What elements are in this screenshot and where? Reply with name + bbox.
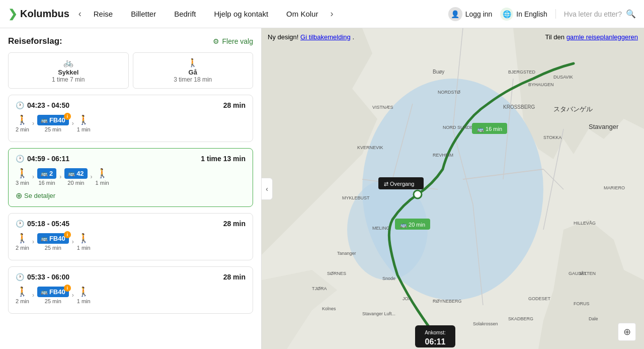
transport-sykkel[interactable]: 🚲 Sykkel 1 time 7 min xyxy=(8,52,129,89)
clock-icon-2: 🕐 xyxy=(16,155,24,163)
svg-text:MARIERO: MARIERO xyxy=(604,185,625,190)
nav-back-button[interactable]: ‹ xyxy=(75,9,85,19)
svg-text:SØRNES: SØRNES xyxy=(327,271,346,276)
svg-text:SKADBERG: SKADBERG xyxy=(508,316,533,321)
bus-icon-1: 🚌 xyxy=(41,117,48,123)
logo[interactable]: ❯ Kolumbus xyxy=(8,8,69,21)
svg-text:NORDSTØ: NORDSTØ xyxy=(438,90,460,95)
user-icon: 👤 xyxy=(448,7,462,21)
step-min-2b: 1 min xyxy=(96,180,109,186)
globe-icon: 🌐 xyxy=(500,8,513,21)
svg-text:🚌 16 min: 🚌 16 min xyxy=(477,125,502,132)
panel-title: Reiseforslag: xyxy=(8,36,62,46)
walk-icon: 🚶 xyxy=(139,58,247,67)
step-min-1a: 2 min xyxy=(16,126,29,132)
nav-forward-button[interactable]: › xyxy=(327,9,336,19)
svg-text:06:11: 06:11 xyxy=(425,337,446,346)
route-3-header: 🕐 05:18 - 05:45 28 min xyxy=(16,220,246,228)
svg-text:Kolnes: Kolnes xyxy=(322,306,336,311)
main-nav: Reise Billetter Bedrift Hjelp og kontakt… xyxy=(85,0,328,28)
step-bus-2a: 🚌 2 16 min xyxy=(37,168,56,186)
svg-text:Snode: Snode xyxy=(382,276,395,281)
step-min-2a: 3 min xyxy=(16,180,29,186)
tilbakemelding-link[interactable]: Gi tilbakemelding xyxy=(300,33,351,41)
nav-item-billetter[interactable]: Billetter xyxy=(122,0,165,28)
bus-icon-2b: 🚌 xyxy=(68,170,75,177)
gamle-link[interactable]: gamle reiseplanleggeren xyxy=(567,33,638,41)
locate-button[interactable]: ⊕ xyxy=(618,323,636,341)
route-card-1[interactable]: 🕐 04:23 - 04:50 28 min 🚶 2 min › 🚌 FB40 … xyxy=(8,95,253,142)
bus-badge-2b: 🚌 42 xyxy=(64,168,87,179)
step-min-bus-1: 25 min xyxy=(45,126,61,132)
login-button[interactable]: 👤 Logg inn xyxy=(448,7,493,21)
nav-item-reise[interactable]: Reise xyxy=(85,0,122,28)
svg-text:Stavanger: Stavanger xyxy=(589,123,619,130)
transport-sykkel-time: 1 time 7 min xyxy=(15,76,122,83)
svg-text:REVHEIM: REVHEIM xyxy=(433,153,453,158)
bike-icon: 🚲 xyxy=(15,58,122,67)
route-2-steps: 🚶 3 min › 🚌 2 16 min › 🚌 42 xyxy=(16,168,246,186)
search-icon[interactable]: 🔍 xyxy=(626,9,636,19)
route-3-steps: 🚶 2 min › 🚌 FB40 i 25 min › 🚶 1 min xyxy=(16,233,246,251)
flere-valg-button[interactable]: ⚙ Flere valg xyxy=(213,37,253,45)
see-details-button[interactable]: ⊕ Se detaljer xyxy=(16,189,55,200)
clock-icon-1: 🕐 xyxy=(16,101,24,109)
collapse-panel-button[interactable]: ‹ xyxy=(262,178,273,200)
svg-text:MELING: MELING xyxy=(372,226,390,231)
svg-text:KVERNEVIK: KVERNEVIK xyxy=(357,145,383,150)
route-4-steps: 🚶 2 min › 🚌 FB40 i 25 min › 🚶 1 min xyxy=(16,286,246,304)
clock-icon-4: 🕐 xyxy=(16,273,24,281)
svg-text:BJERGSTED: BJERGSTED xyxy=(508,69,536,75)
bus-label-4: FB40 xyxy=(49,288,65,296)
svg-text:TJØRA: TJØRA xyxy=(312,286,327,291)
arrow-icon-2c: › xyxy=(91,173,93,180)
header-right: 👤 Logg inn 🌐 In English Hva leter du ett… xyxy=(448,7,636,21)
logo-text: Kolumbus xyxy=(20,8,69,20)
step-walk-1a: 🚶 2 min xyxy=(16,114,29,132)
route-1-steps: 🚶 2 min › 🚌 FB40 i 25 min › 🚶 1 min xyxy=(16,114,246,132)
nav-item-hjelp[interactable]: Hjelp og kontakt xyxy=(205,0,278,28)
info-dot-1: i xyxy=(64,113,71,120)
arrow-icon-1a: › xyxy=(32,120,34,127)
svg-text:VISTNÆS: VISTNÆS xyxy=(372,105,393,110)
bus-label-2a: 2 xyxy=(49,170,53,177)
walk-icon-3b: 🚶 xyxy=(78,233,89,244)
svg-text:DUSAVIK: DUSAVIK xyxy=(553,75,573,80)
svg-text:HILLEVÅG: HILLEVÅG xyxy=(574,221,596,226)
svg-text:NORD SUNDE: NORD SUNDE xyxy=(443,125,473,130)
svg-text:Tananger: Tananger xyxy=(337,251,356,256)
arrow-icon-3b: › xyxy=(72,238,74,245)
language-button[interactable]: 🌐 In English xyxy=(500,8,547,21)
bus-icon-2a: 🚌 xyxy=(41,170,48,177)
bus-badge-2a: 🚌 2 xyxy=(37,168,56,179)
svg-text:⇄ Overgang: ⇄ Overgang xyxy=(384,181,414,187)
nav-item-bedrift[interactable]: Bedrift xyxy=(165,0,205,28)
map-notification: Ny design! Gi tilbakemelding . Til den g… xyxy=(262,33,644,41)
transport-ga[interactable]: 🚶 Gå 3 timer 18 min xyxy=(133,52,254,89)
svg-point-17 xyxy=(414,190,422,198)
arrow-icon-2b: › xyxy=(59,173,61,180)
search-area[interactable]: Hva leter du etter? 🔍 xyxy=(555,9,636,19)
step-min-bus-4: 25 min xyxy=(45,298,61,304)
bus-icon-4: 🚌 xyxy=(41,289,48,295)
route-card-2[interactable]: 🕐 04:59 - 06:11 1 time 13 min 🚶 3 min › … xyxy=(8,148,253,207)
step-min-3b: 1 min xyxy=(77,245,91,251)
svg-text:KROSSBERG: KROSSBERG xyxy=(503,104,535,110)
step-bus-2b: 🚌 42 20 min xyxy=(64,168,87,186)
transport-ga-label: Gå xyxy=(189,68,197,76)
transport-sykkel-label: Sykkel xyxy=(58,68,78,76)
info-dot-3: i xyxy=(64,231,71,238)
route-card-3[interactable]: 🕐 05:18 - 05:45 28 min 🚶 2 min › 🚌 FB40 … xyxy=(8,213,253,260)
svg-text:FORUS: FORUS xyxy=(574,301,590,306)
walk-icon-3a: 🚶 xyxy=(17,233,28,244)
route-2-header: 🕐 04:59 - 06:11 1 time 13 min xyxy=(16,155,246,163)
step-walk-3b: 🚶 1 min xyxy=(77,233,91,251)
clock-icon-3: 🕐 xyxy=(16,220,24,228)
step-walk-2b: 🚶 1 min xyxy=(96,168,109,186)
route-card-4[interactable]: 🕐 05:33 - 06:00 28 min 🚶 2 min › 🚌 FB40 … xyxy=(8,266,253,314)
step-walk-1b: 🚶 1 min xyxy=(77,114,91,132)
bus-badge-1: 🚌 FB40 i xyxy=(37,115,69,125)
nav-item-om[interactable]: Om Kolur xyxy=(277,0,327,28)
route-3-time: 🕐 05:18 - 05:45 xyxy=(16,220,69,228)
step-walk-2a: 🚶 3 min xyxy=(16,168,29,186)
